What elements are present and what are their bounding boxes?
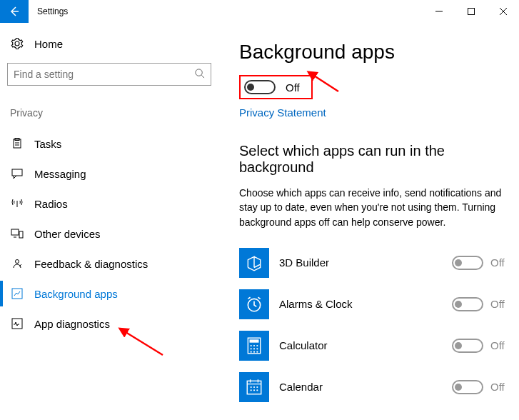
app-toggle-label: Off	[490, 381, 508, 393]
svg-point-25	[256, 386, 258, 388]
svg-point-15	[256, 345, 258, 346]
svg-point-28	[256, 389, 258, 391]
nav-label: Background apps	[24, 288, 118, 300]
app-toggle[interactable]	[452, 339, 483, 353]
svg-point-20	[253, 351, 255, 352]
titlebar: Settings	[0, 0, 519, 23]
svg-point-7	[16, 260, 19, 264]
svg-rect-6	[19, 231, 23, 238]
nav-label: Tasks	[24, 138, 61, 150]
alarms-clock-icon	[239, 289, 269, 319]
devices-icon	[10, 228, 24, 239]
maximize-button[interactable]	[455, 0, 487, 23]
3d-builder-icon	[239, 248, 269, 278]
app-toggle[interactable]	[452, 256, 483, 270]
svg-rect-12	[250, 339, 259, 342]
app-toggle[interactable]	[452, 380, 483, 394]
app-row-alarms: Alarms & Clock Off	[239, 284, 512, 325]
section-description: Choose which apps can receive info, send…	[239, 186, 512, 229]
nav-label: Radios	[24, 198, 68, 210]
nav-label: Other devices	[24, 228, 101, 240]
nav-label: App diagnostics	[24, 318, 110, 330]
message-icon	[10, 168, 24, 179]
app-row-3d-builder: 3D Builder Off	[239, 242, 512, 284]
svg-point-14	[253, 345, 255, 346]
privacy-statement-link[interactable]: Privacy Statement	[239, 106, 326, 119]
diagnostics-icon	[10, 318, 24, 329]
home-nav[interactable]: Home	[7, 30, 218, 63]
page-title: Background apps	[239, 41, 512, 64]
sidebar-item-feedback[interactable]: Feedback & diagnostics	[7, 249, 218, 279]
sidebar-item-background-apps[interactable]: Background apps	[7, 279, 218, 309]
app-row-calculator: Calculator Off	[239, 325, 512, 366]
app-toggle-label: Off	[490, 256, 508, 269]
sidebar-item-messaging[interactable]: Messaging	[7, 159, 218, 189]
svg-point-17	[253, 348, 255, 349]
sidebar-item-other-devices[interactable]: Other devices	[7, 219, 218, 249]
minimize-button[interactable]	[423, 0, 455, 23]
svg-point-19	[251, 351, 252, 352]
app-toggle[interactable]	[452, 297, 483, 311]
svg-point-21	[256, 351, 258, 352]
master-toggle[interactable]	[244, 80, 276, 94]
svg-point-13	[251, 345, 252, 346]
sidebar: Home Privacy Tasks Messaging Radios Othe…	[0, 23, 218, 420]
arrow-left-icon	[9, 6, 20, 17]
svg-rect-5	[11, 229, 19, 235]
sidebar-item-tasks[interactable]: Tasks	[7, 129, 218, 159]
svg-rect-0	[468, 9, 474, 15]
svg-point-26	[251, 389, 252, 391]
annotation-highlight: Off	[239, 75, 313, 99]
nav-label: Feedback & diagnostics	[24, 258, 148, 270]
window-title: Settings	[29, 6, 68, 16]
clipboard-icon	[10, 138, 24, 149]
svg-point-27	[253, 389, 255, 391]
app-name: Alarms & Clock	[269, 298, 452, 310]
feedback-icon	[10, 258, 24, 269]
calendar-icon	[239, 372, 269, 402]
search-box[interactable]	[7, 63, 211, 86]
back-button[interactable]	[0, 0, 29, 23]
sidebar-item-radios[interactable]: Radios	[7, 189, 218, 219]
svg-point-16	[251, 348, 252, 349]
nav-label: Messaging	[24, 168, 86, 180]
master-toggle-label: Off	[286, 81, 300, 94]
gear-icon	[10, 37, 24, 50]
close-button[interactable]	[487, 0, 519, 23]
svg-point-18	[256, 348, 258, 349]
app-name: Calculator	[269, 339, 452, 351]
svg-point-24	[253, 386, 255, 388]
app-name: 3D Builder	[269, 256, 452, 269]
calculator-icon	[239, 331, 269, 361]
section-title: Select which apps can run in the backgro…	[239, 143, 512, 176]
svg-point-1	[196, 69, 202, 75]
search-input[interactable]	[14, 69, 194, 80]
svg-point-23	[251, 386, 252, 388]
background-apps-icon	[10, 288, 24, 299]
app-toggle-label: Off	[490, 339, 508, 351]
radio-icon	[10, 198, 24, 209]
app-row-calendar: Calendar Off	[239, 366, 512, 408]
home-label: Home	[24, 38, 63, 50]
main-panel: Background apps Off Privacy Statement Se…	[218, 23, 519, 420]
app-name: Calendar	[269, 381, 452, 393]
window-controls	[423, 0, 519, 23]
svg-rect-4	[12, 169, 22, 176]
search-icon	[194, 68, 205, 81]
section-label: Privacy	[7, 107, 218, 119]
app-toggle-label: Off	[490, 298, 508, 310]
sidebar-item-app-diagnostics[interactable]: App diagnostics	[7, 309, 218, 339]
svg-rect-9	[12, 319, 22, 329]
